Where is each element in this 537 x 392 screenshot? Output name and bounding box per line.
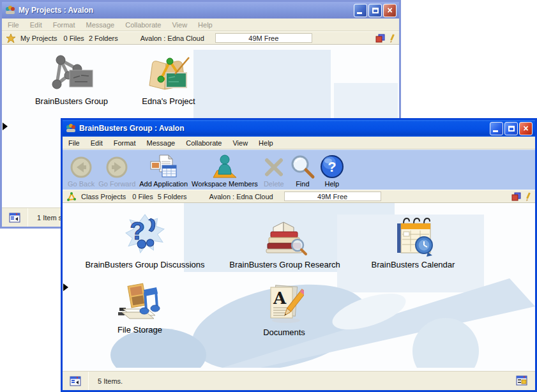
menu-file[interactable]: File [68,139,80,147]
icon-label: BrainBusters Group Research [229,260,340,269]
svg-text:A: A [273,289,287,308]
menu-collaborate[interactable]: Collaborate [125,21,161,29]
view-switch-button[interactable] [516,375,527,387]
go-forward-icon [104,155,130,179]
workspace-members-label: Workspace Members [192,180,258,188]
close-button[interactable]: × [519,122,533,135]
calendar-icon [391,216,435,257]
view-switch-icon [516,375,527,386]
discussions-icon: ? [125,213,165,257]
research-books-icon [262,217,308,257]
delete-button[interactable]: Delete [262,155,286,188]
menu-message[interactable]: Message [86,21,115,29]
close-icon: × [384,5,396,15]
workspace-item-file-storage[interactable]: File Storage [70,281,210,335]
panel-toggle-icon [70,376,81,386]
maximize-icon [508,126,515,132]
minimize-icon [357,12,362,14]
go-back-label: Go Back [68,180,95,188]
layout-icon[interactable] [375,34,385,43]
workspace-item-documents[interactable]: A Documents [214,283,354,337]
menu-edit[interactable]: Edit [30,21,42,29]
window-title: BrainBusters Group : Avalon [79,124,487,133]
panel-toggle-button[interactable] [2,208,27,227]
go-back-icon [68,155,94,179]
add-application-icon [149,154,178,179]
free-space-meter: 49M Free [284,192,381,201]
sidebar-expander[interactable] [3,123,8,130]
toolbar: Go Back Go Forward Add Application [63,149,535,190]
menu-collaborate[interactable]: Collaborate [186,139,222,147]
location-label[interactable]: Class Projects [81,193,126,200]
documents-icon: A [264,283,304,324]
menubar: File Edit Format Message Collaborate Vie… [63,137,535,149]
help-button[interactable]: ? Help [319,154,345,188]
menu-view[interactable]: View [172,21,187,29]
panel-toggle-button[interactable] [63,372,88,390]
delete-icon [262,155,286,179]
folders-count: 5 Folders [158,193,187,200]
app-icon [5,5,15,15]
icon-label: BrainBusters Group Discussions [85,260,204,269]
menu-format[interactable]: Format [53,21,75,29]
titlebar-my-projects[interactable]: My Projects : Avalon × [2,2,399,19]
delete-label: Delete [264,180,284,188]
statusbar: 5 Items. [63,371,535,390]
menu-file[interactable]: File [8,21,19,29]
location-label[interactable]: My Projects [20,34,57,42]
icon-label: BrainBusters Calendar [372,260,455,269]
menu-message[interactable]: Message [147,139,176,147]
workspace-item-calendar[interactable]: BrainBusters Calendar [343,216,483,269]
edit-pencil-icon[interactable] [389,33,395,43]
titlebar-brainbusters-group[interactable]: BrainBusters Group : Avalon × [63,120,535,137]
workspace-members-icon [211,154,239,179]
go-forward-button[interactable]: Go Forward [98,155,135,188]
folders-count: 2 Folders [89,34,118,42]
workspace-content-class-projects: ? BrainBusters Group Discussions BrainBu… [63,203,535,371]
icon-label: Edna's Project [142,96,195,106]
find-button[interactable]: Find [290,154,315,188]
add-application-button[interactable]: Add Application [139,154,188,188]
menu-edit[interactable]: Edit [91,139,103,147]
status-text: 5 Items. [98,377,516,385]
files-count: 0 Files [132,193,153,200]
maximize-button[interactable] [504,122,518,135]
help-icon: ? [319,154,345,179]
workspace-members-button[interactable]: Workspace Members [192,154,258,188]
menu-view[interactable]: View [232,139,248,147]
go-back-button[interactable]: Go Back [68,155,95,188]
my-projects-icon [6,33,16,43]
sidebar-expander[interactable] [63,283,68,291]
workspace-item-research[interactable]: BrainBusters Group Research [215,217,355,269]
menu-help[interactable]: Help [198,21,213,29]
free-space-meter: 49M Free [215,33,312,43]
icon-label: File Storage [117,325,162,335]
file-storage-icon [117,281,163,322]
workspace-item-ednas-project[interactable]: Edna's Project [105,54,232,106]
layout-icon[interactable] [511,192,521,201]
help-label: Help [325,180,340,188]
files-count: 0 Files [63,34,84,42]
close-button[interactable]: × [383,4,397,17]
workspace-item-discussions[interactable]: ? BrainBusters Group Discussions [75,213,215,269]
app-icon [66,123,76,133]
minimize-icon [493,130,498,132]
class-projects-icon [66,192,77,202]
group-network-icon [48,54,95,93]
find-icon [290,154,315,179]
minimize-button[interactable] [354,4,367,17]
close-icon: × [520,123,532,133]
find-label: Find [296,180,309,188]
account-label: Avalon : Edna Cloud [209,193,273,200]
account-label: Avalon : Edna Cloud [140,34,204,42]
minimize-button[interactable] [490,122,503,135]
panel-toggle-icon [9,213,20,223]
menu-help[interactable]: Help [259,139,273,147]
edit-pencil-icon[interactable] [525,192,531,202]
menu-format[interactable]: Format [114,139,136,147]
maximize-button[interactable] [368,4,382,17]
go-forward-label: Go Forward [98,180,135,188]
menubar: File Edit Format Message Collaborate Vie… [2,19,399,31]
icon-label: BrainBusters Group [35,96,108,106]
maximize-icon [372,8,379,13]
